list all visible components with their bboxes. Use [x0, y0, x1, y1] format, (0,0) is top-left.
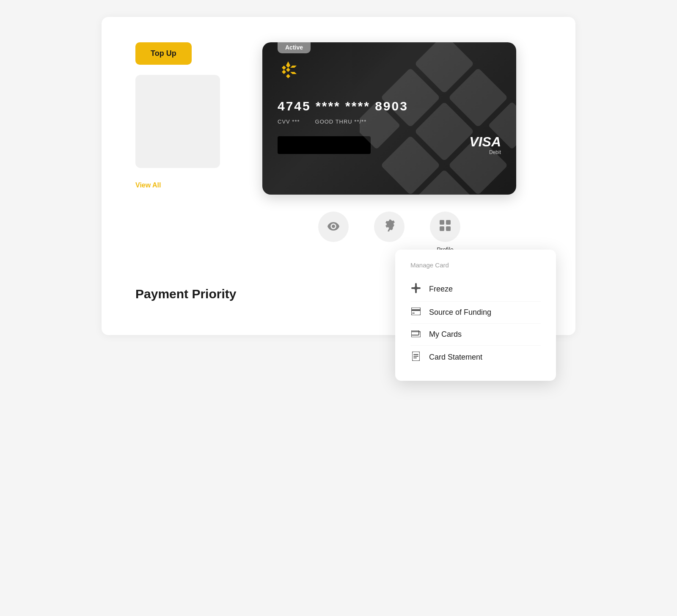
profile-circle [430, 212, 460, 242]
card-logo [278, 59, 299, 80]
freeze-label: Freeze [429, 285, 453, 294]
settings-icon [383, 220, 395, 234]
mycards-icon [410, 330, 421, 339]
svg-rect-30 [440, 226, 444, 231]
manage-card-title: Manage Card [410, 261, 541, 269]
actions-row: Manage Card Freeze [318, 212, 460, 253]
svg-point-18 [414, 286, 418, 290]
eye-circle [318, 212, 349, 242]
svg-marker-15 [286, 74, 290, 78]
svg-rect-19 [411, 308, 421, 315]
grid-icon [440, 220, 451, 234]
card-name-bar [278, 136, 371, 154]
view-all-link[interactable]: View All [135, 182, 161, 189]
payment-priority-title: Payment Priority [135, 287, 236, 301]
top-up-button[interactable]: Top Up [135, 42, 192, 65]
svg-rect-20 [411, 309, 421, 311]
svg-rect-31 [446, 226, 451, 231]
funding-item[interactable]: Source of Funding [410, 302, 541, 324]
funding-label: Source of Funding [429, 308, 491, 317]
active-badge: Active [278, 42, 311, 53]
svg-rect-25 [413, 354, 418, 355]
svg-rect-29 [446, 220, 451, 225]
mycards-item[interactable]: My Cards [410, 324, 541, 346]
settings-circle [374, 212, 405, 242]
action-profile[interactable]: Profile [430, 212, 460, 253]
mycards-label: My Cards [429, 330, 462, 339]
svg-marker-11 [290, 66, 297, 68]
svg-rect-21 [412, 313, 415, 314]
svg-rect-23 [411, 330, 419, 335]
funding-icon [410, 308, 421, 317]
action-settings[interactable]: Manage Card Freeze [374, 212, 405, 253]
eye-icon [327, 220, 339, 234]
statement-icon [410, 352, 421, 363]
freeze-icon [410, 283, 421, 295]
svg-rect-27 [413, 358, 417, 358]
svg-marker-12 [286, 68, 290, 72]
action-eye[interactable] [318, 212, 349, 253]
svg-marker-13 [282, 70, 286, 74]
card-cvv: CVV *** [278, 118, 300, 125]
freeze-item[interactable]: Freeze [410, 277, 541, 302]
card-good-thru: GOOD THRU **/** [315, 118, 367, 125]
statement-item[interactable]: Card Statement [410, 346, 541, 369]
svg-marker-10 [282, 66, 286, 70]
top-section: Top Up View All Active [135, 42, 542, 253]
svg-rect-28 [440, 220, 444, 225]
manage-card-dropdown: Manage Card Freeze [395, 250, 556, 381]
svg-rect-26 [413, 356, 418, 357]
svg-marker-9 [286, 61, 290, 68]
placeholder-box [135, 75, 220, 168]
left-panel: Top Up View All [135, 42, 220, 189]
main-container: Top Up View All Active [102, 17, 575, 335]
svg-marker-14 [290, 72, 297, 74]
statement-label: Card Statement [429, 353, 482, 362]
card-pattern [360, 42, 516, 195]
credit-card: Active 4745 **** **** 8903 CVV *** GOOD … [262, 42, 516, 195]
card-area: Active 4745 **** **** 8903 CVV *** GOOD … [237, 42, 542, 253]
